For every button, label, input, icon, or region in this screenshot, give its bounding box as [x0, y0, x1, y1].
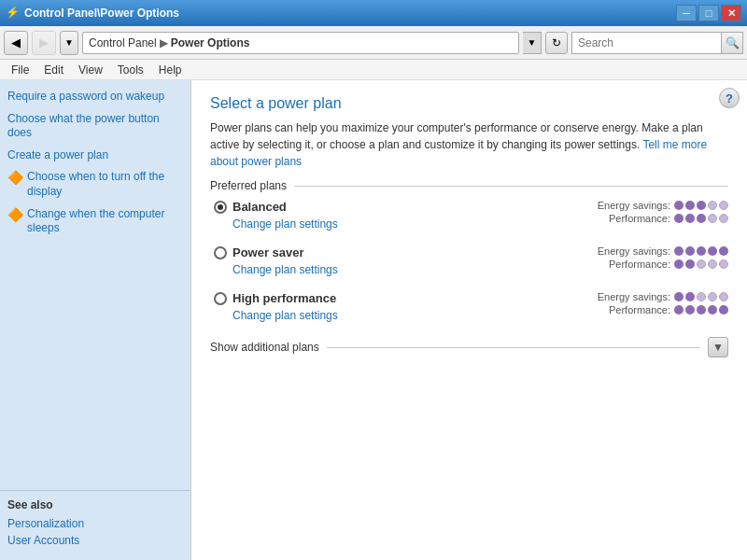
- dot: [685, 259, 695, 269]
- dot: [719, 259, 728, 269]
- plan-balanced-settings-link[interactable]: Change plan settings: [233, 217, 542, 231]
- plan-highperformance-radio[interactable]: [214, 292, 227, 305]
- sidebar-link-personalization[interactable]: Personalization: [7, 517, 183, 530]
- sidebar-link-powerbutton[interactable]: Choose what the power button does: [7, 112, 183, 141]
- dot: [685, 292, 695, 301]
- app-icon: ⚡: [6, 6, 21, 21]
- plan-balanced-right: Energy savings: Performance:: [542, 200, 728, 226]
- address-path[interactable]: Control Panel ▶ Power Options: [82, 32, 519, 54]
- dot: [697, 214, 706, 223]
- balanced-performance-dots: [674, 214, 728, 223]
- sidebar-link-useraccounts[interactable]: User Accounts: [7, 534, 183, 547]
- plan-powersaver-settings-link[interactable]: Change plan settings: [233, 263, 542, 276]
- search-box: 🔍: [571, 32, 743, 54]
- sidebar-link-display: 🔶 Choose when to turn off the display: [7, 170, 183, 199]
- sidebar-link-display-text[interactable]: Choose when to turn off the display: [27, 170, 183, 199]
- sidebar-link-password[interactable]: Require a password on wakeup: [7, 90, 183, 105]
- dot: [697, 246, 706, 256]
- plan-balanced-performance: Performance:: [586, 213, 728, 224]
- dot: [697, 305, 706, 315]
- back-button[interactable]: ◀: [4, 31, 28, 55]
- show-more-row[interactable]: Show additional plans ▼: [210, 337, 728, 357]
- dot: [674, 305, 684, 315]
- plan-highperformance-energy: Energy savings:: [586, 291, 728, 302]
- dot: [674, 214, 684, 223]
- plan-highperformance-settings-link[interactable]: Change plan settings: [233, 309, 542, 322]
- plan-balanced-header: Balanced: [214, 200, 542, 214]
- section-divider: Preferred plans: [210, 179, 728, 192]
- energy-label: Energy savings:: [586, 200, 670, 211]
- main-container: Require a password on wakeup Choose what…: [0, 80, 747, 560]
- menu-help[interactable]: Help: [151, 62, 190, 78]
- content-area: ? Select a power plan Power plans can he…: [191, 80, 747, 560]
- divider-line: [294, 186, 728, 187]
- search-button[interactable]: 🔍: [721, 32, 743, 54]
- sidebar-link-sleep-text[interactable]: Change when the computer sleeps: [27, 207, 183, 236]
- see-also-title: See also: [7, 498, 183, 511]
- minimize-button[interactable]: ─: [676, 5, 697, 21]
- refresh-button[interactable]: ↻: [545, 32, 568, 54]
- content-description: Power plans can help you maximize your c…: [210, 119, 728, 170]
- dot: [685, 246, 695, 256]
- plan-powersaver-left: Power saver Change plan settings: [214, 245, 542, 276]
- dot: [697, 292, 706, 301]
- dot: [719, 292, 728, 301]
- plan-balanced-left: Balanced Change plan settings: [214, 200, 542, 231]
- sidebar-see-also: See also Personalization User Accounts: [0, 490, 190, 551]
- plan-powersaver-radio[interactable]: [214, 246, 227, 259]
- dot: [674, 246, 684, 256]
- plan-balanced-energy: Energy savings:: [586, 200, 728, 211]
- recent-locations-button[interactable]: ▼: [60, 31, 78, 55]
- dot: [708, 292, 717, 301]
- menu-file[interactable]: File: [4, 62, 36, 78]
- dot: [708, 201, 717, 210]
- plan-powersaver-row: Power saver Change plan settings Energy …: [214, 245, 728, 276]
- help-button[interactable]: ?: [719, 88, 740, 108]
- menu-tools[interactable]: Tools: [110, 62, 151, 78]
- plan-highperformance-performance: Performance:: [586, 304, 728, 315]
- menu-view[interactable]: View: [71, 62, 110, 78]
- dot: [719, 201, 728, 210]
- dot: [674, 201, 684, 210]
- show-more-line: [327, 347, 700, 348]
- title-bar-buttons: ─ □ ✕: [676, 5, 741, 21]
- address-dropdown[interactable]: ▼: [523, 32, 542, 54]
- energy-label-2: Energy savings:: [586, 245, 670, 257]
- address-bar: ◀ ▶ ▼ Control Panel ▶ Power Options ▼ ↻ …: [0, 26, 747, 60]
- powersaver-energy-dots: [674, 246, 728, 256]
- sidebar-link-createplan[interactable]: Create a power plan: [7, 148, 183, 163]
- section-title: Preferred plans: [210, 179, 287, 192]
- menu-edit[interactable]: Edit: [36, 62, 71, 78]
- plan-balanced-radio[interactable]: [214, 201, 227, 214]
- plan-powersaver-header: Power saver: [214, 245, 542, 259]
- performance-label-3: Performance:: [586, 304, 670, 315]
- dot: [719, 246, 728, 256]
- plan-balanced: Balanced Change plan settings Energy sav…: [210, 200, 728, 231]
- search-input[interactable]: [571, 32, 721, 54]
- show-more-label: Show additional plans: [210, 341, 319, 354]
- dot: [708, 214, 717, 223]
- path-poweroptions: Power Options: [171, 36, 250, 49]
- balanced-energy-dots: [674, 201, 728, 210]
- highperformance-energy-dots: [674, 292, 728, 301]
- energy-label-3: Energy savings:: [586, 291, 670, 302]
- dot: [674, 292, 684, 301]
- sidebar-link-sleep: 🔶 Change when the computer sleeps: [7, 207, 183, 236]
- sidebar: Require a password on wakeup Choose what…: [0, 80, 191, 560]
- plan-highperformance-header: High performance: [214, 291, 542, 305]
- plan-highperformance-right: Energy savings: Performance:: [542, 291, 728, 317]
- sidebar-nav: Require a password on wakeup Choose what…: [0, 90, 190, 490]
- plan-powersaver-performance: Performance:: [586, 259, 728, 270]
- forward-button[interactable]: ▶: [32, 31, 56, 55]
- title-bar-title: Control Panel\Power Options: [24, 7, 676, 20]
- show-more-button[interactable]: ▼: [708, 337, 728, 357]
- plan-powersaver-right: Energy savings: Performance:: [542, 245, 728, 272]
- powersaver-performance-dots: [674, 259, 728, 269]
- dot: [685, 305, 695, 315]
- display-icon: 🔶: [7, 170, 23, 185]
- close-button[interactable]: ✕: [721, 5, 741, 21]
- plan-balanced-name: Balanced: [233, 200, 287, 214]
- maximize-button[interactable]: □: [698, 5, 719, 21]
- plan-balanced-row: Balanced Change plan settings Energy sav…: [214, 200, 728, 231]
- dot: [708, 246, 717, 256]
